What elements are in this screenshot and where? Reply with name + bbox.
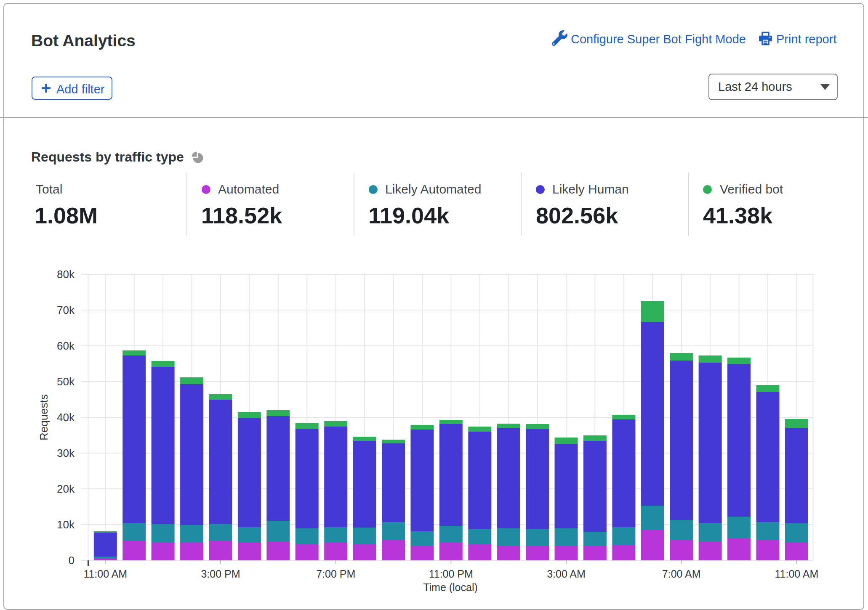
svg-text:70k: 70k [57, 304, 75, 316]
svg-text:7:00 AM: 7:00 AM [662, 568, 701, 580]
svg-text:40k: 40k [57, 411, 75, 424]
svg-text:11:00 AM: 11:00 AM [83, 568, 127, 580]
svg-text:Requests: Requests [37, 394, 50, 440]
svg-text:50k: 50k [57, 375, 75, 388]
svg-text:60k: 60k [57, 339, 75, 352]
svg-text:30k: 30k [57, 447, 75, 459]
svg-text:80k: 80k [57, 268, 75, 281]
svg-text:11:00 PM: 11:00 PM [429, 568, 473, 580]
svg-text:7:00 PM: 7:00 PM [316, 568, 355, 580]
svg-text:3:00 PM: 3:00 PM [201, 568, 240, 580]
svg-text:Time (local): Time (local) [423, 581, 478, 593]
svg-text:11:00 AM: 11:00 AM [775, 568, 819, 580]
svg-text:3:00 AM: 3:00 AM [547, 568, 586, 580]
svg-text:20k: 20k [57, 483, 75, 495]
svg-text:10k: 10k [57, 518, 75, 531]
svg-text:0: 0 [69, 554, 75, 567]
